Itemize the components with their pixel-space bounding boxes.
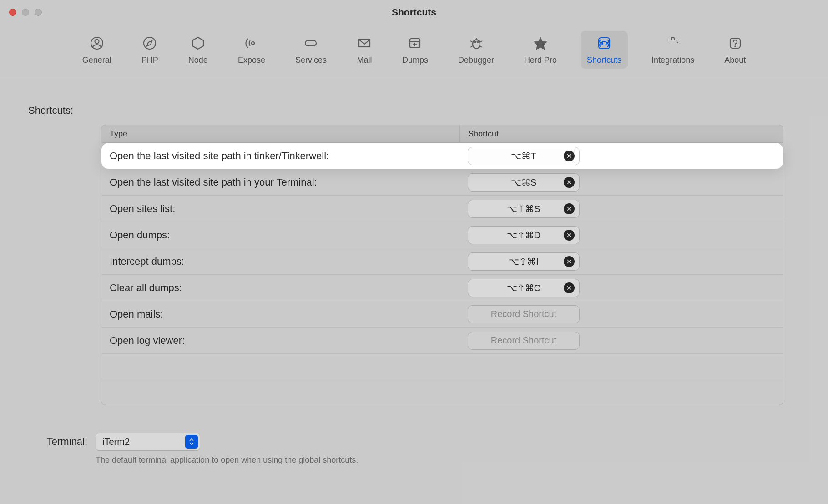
star-icon	[533, 35, 548, 51]
column-header-shortcut: Shortcut	[460, 129, 783, 139]
tab-label: Services	[295, 55, 327, 65]
tab-mail[interactable]: Mail	[350, 31, 379, 69]
tab-debugger[interactable]: Debugger	[452, 31, 500, 69]
terminal-selected-value: iTerm2	[102, 437, 130, 447]
user-circle-icon	[89, 35, 105, 51]
window-zoom-button[interactable]	[35, 9, 42, 16]
sparkle-box-icon	[407, 35, 423, 51]
tab-label: General	[82, 55, 111, 65]
compass-icon	[142, 35, 157, 51]
shortcut-label: Open mails:	[106, 308, 464, 320]
shortcut-recorder[interactable]: ⌥⌘S ✕	[468, 173, 580, 192]
svg-point-2	[144, 37, 156, 49]
shortcut-row-intercept-dumps: Intercept dumps: ⌥⇧⌘I ✕	[101, 248, 783, 275]
tab-node[interactable]: Node	[182, 31, 214, 69]
tab-label: PHP	[141, 55, 158, 65]
question-icon	[727, 35, 743, 51]
window-minimize-button[interactable]	[22, 9, 29, 16]
shortcut-recorder[interactable]: ⌥⇧⌘S ✕	[468, 200, 580, 218]
shortcut-keys: ⌥⌘S	[511, 177, 536, 188]
window-controls	[0, 9, 42, 16]
tab-label: Mail	[357, 55, 372, 65]
terminal-row: Terminal: iTerm2	[28, 433, 800, 451]
hexagon-icon	[190, 35, 206, 51]
tab-dumps[interactable]: Dumps	[396, 31, 434, 69]
terminal-hint: The default terminal application to open…	[96, 455, 800, 465]
shortcut-label: Open log viewer:	[106, 335, 464, 347]
shortcuts-pane: Type Shortcut Open the last visited site…	[101, 125, 783, 405]
clear-shortcut-icon[interactable]: ✕	[564, 177, 575, 188]
tab-label: Integrations	[651, 55, 694, 65]
shortcut-recorder[interactable]: Record Shortcut	[468, 332, 580, 350]
shortcut-label: Open sites list:	[106, 203, 464, 215]
svg-point-11	[477, 41, 478, 43]
shortcut-label: Open the last visited site path in your …	[106, 176, 464, 188]
shortcuts-section-label: Shortcuts:	[28, 105, 800, 116]
clear-shortcut-icon[interactable]: ✕	[564, 151, 575, 161]
tab-integrations[interactable]: Integrations	[645, 31, 701, 69]
shortcut-row-log-viewer: Open log viewer: Record Shortcut	[101, 328, 783, 354]
svg-point-9	[473, 40, 480, 49]
shortcut-keys: ⌥⇧⌘S	[507, 203, 540, 214]
tab-about[interactable]: About	[718, 31, 752, 69]
shortcut-label: Clear all dumps:	[106, 282, 464, 294]
window-close-button[interactable]	[9, 9, 16, 16]
shortcut-row-open-dumps: Open dumps: ⌥⇧⌘D ✕	[101, 222, 783, 248]
tab-label: Node	[188, 55, 208, 65]
shortcut-label: Open dumps:	[106, 229, 464, 241]
clear-shortcut-icon[interactable]: ✕	[564, 256, 575, 267]
shortcut-label: Open the last visited site path in tinke…	[106, 150, 464, 162]
tab-services[interactable]: Services	[289, 31, 333, 69]
shortcut-recorder[interactable]: ⌥⇧⌘D ✕	[468, 226, 580, 244]
clear-shortcut-icon[interactable]: ✕	[564, 203, 575, 214]
shortcut-recorder[interactable]: ⌥⌘T ✕	[468, 147, 580, 165]
tab-label: Expose	[238, 55, 265, 65]
content-area: Shortcuts: Type Shortcut Open the last v…	[0, 77, 828, 465]
titlebar: Shortcuts	[0, 0, 828, 25]
terminal-select[interactable]: iTerm2	[96, 433, 200, 451]
shortcut-row-open-mails: Open mails: Record Shortcut	[101, 301, 783, 328]
shortcut-keys: ⌥⇧⌘D	[507, 230, 540, 241]
shortcut-keys: ⌥⇧⌘C	[507, 282, 540, 293]
shortcut-recorder[interactable]: Record Shortcut	[468, 305, 580, 323]
tab-label: Shortcuts	[587, 55, 621, 65]
window-title: Shortcuts	[0, 7, 828, 18]
tab-shortcuts[interactable]: Shortcuts	[581, 31, 628, 69]
tab-label: Herd Pro	[524, 55, 557, 65]
clear-shortcut-icon[interactable]: ✕	[564, 282, 575, 293]
server-icon	[303, 35, 318, 51]
shortcuts-table-header: Type Shortcut	[101, 125, 783, 143]
tab-label: About	[724, 55, 746, 65]
tab-herdpro[interactable]: Herd Pro	[518, 31, 563, 69]
shortcut-keys: ⌥⇧⌘I	[509, 256, 539, 267]
svg-point-10	[474, 41, 475, 43]
shortcut-placeholder: Record Shortcut	[491, 335, 557, 346]
shortcut-keys: ⌥⌘T	[511, 151, 536, 161]
tab-php[interactable]: PHP	[135, 31, 165, 69]
svg-point-3	[252, 42, 254, 45]
terminal-label: Terminal:	[28, 436, 87, 448]
clear-shortcut-icon[interactable]: ✕	[564, 230, 575, 241]
shortcut-row-clear-dumps: Clear all dumps: ⌥⇧⌘C ✕	[101, 275, 783, 301]
column-header-type: Type	[101, 125, 460, 142]
shortcut-row-terminal: Open the last visited site path in your …	[101, 169, 783, 196]
preferences-toolbar: General PHP Node Expose Services Mail	[0, 25, 828, 77]
tab-expose[interactable]: Expose	[232, 31, 272, 69]
select-chevrons-icon	[185, 435, 198, 449]
shortcut-row-sites-list: Open sites list: ⌥⇧⌘S ✕	[101, 196, 783, 222]
shortcut-placeholder: Record Shortcut	[491, 309, 557, 319]
broadcast-icon	[244, 35, 259, 51]
tab-general[interactable]: General	[76, 31, 118, 69]
command-icon	[596, 35, 612, 51]
envelope-icon	[357, 35, 372, 51]
shortcuts-table-body: Open the last visited site path in tinke…	[101, 143, 783, 405]
tab-label: Dumps	[402, 55, 428, 65]
shortcut-recorder[interactable]: ⌥⇧⌘C ✕	[468, 279, 580, 297]
table-empty-spacer	[101, 354, 783, 379]
shortcut-recorder[interactable]: ⌥⇧⌘I ✕	[468, 252, 580, 271]
bug-icon	[469, 35, 484, 51]
svg-rect-13	[599, 38, 610, 49]
tab-label: Debugger	[458, 55, 494, 65]
puzzle-icon	[665, 35, 681, 51]
svg-point-15	[734, 46, 735, 47]
